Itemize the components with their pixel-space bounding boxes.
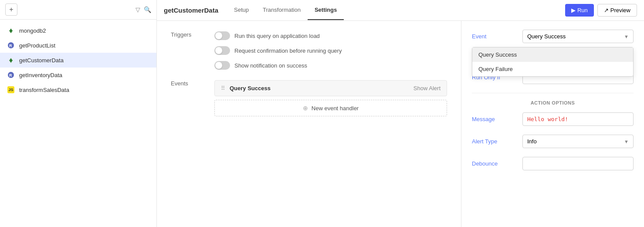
alert-type-control: Info ▼ bbox=[522, 135, 634, 148]
mongodb-icon: ♦ bbox=[7, 27, 15, 34]
query-title: getCustomerData bbox=[164, 7, 227, 14]
alert-type-select[interactable]: Info ▼ bbox=[522, 135, 634, 148]
main-header: getCustomerData Setup Transformation Set… bbox=[157, 0, 644, 21]
content-area: Triggers Run this query on application l… bbox=[157, 21, 644, 227]
triggers-section: Triggers Run this query on application l… bbox=[171, 31, 447, 70]
event-select-control: Query Success ▼ bbox=[522, 30, 634, 43]
sidebar-item-getcustomerdata[interactable]: ♦ getCustomerData bbox=[0, 53, 156, 68]
run-button[interactable]: ▶ Run bbox=[565, 4, 594, 17]
tab-bar: Setup Transformation Settings bbox=[227, 0, 344, 20]
sidebar-header-icons: ▽ 🔍 bbox=[136, 6, 151, 13]
sidebar-item-transformsalesdata[interactable]: JS transformSalesData bbox=[0, 82, 156, 97]
new-event-button[interactable]: ⊕ New event handler bbox=[214, 100, 447, 116]
toggle-item-confirm: Request confirmation before running quer… bbox=[214, 46, 342, 55]
message-value: Hello world! bbox=[527, 116, 568, 122]
sidebar-item-label: transformSalesData bbox=[19, 87, 69, 93]
message-control: Hello world! bbox=[522, 112, 634, 126]
app-load-toggle[interactable] bbox=[214, 31, 230, 40]
svg-text:R: R bbox=[9, 73, 12, 78]
message-input[interactable]: Hello world! bbox=[522, 112, 634, 126]
event-form-row: Event Query Success ▼ bbox=[472, 30, 634, 43]
event-name: Query Success bbox=[230, 85, 409, 91]
event-select-value: Query Success bbox=[527, 33, 566, 40]
dropdown-option-query-success[interactable]: Query Success bbox=[472, 47, 633, 62]
event-action: Show Alert bbox=[414, 85, 441, 91]
js-icon: JS bbox=[7, 86, 15, 94]
debounce-input[interactable] bbox=[522, 157, 634, 170]
toggle-item-appload: Run this query on application load bbox=[214, 31, 342, 40]
tab-transformation[interactable]: Transformation bbox=[256, 0, 308, 20]
plus-icon: ⊕ bbox=[303, 105, 308, 112]
triggers-list: Run this query on application load Reque… bbox=[214, 31, 342, 70]
sidebar-item-label: getInventoryData bbox=[19, 72, 62, 78]
leaf-icon: ♦ bbox=[7, 56, 15, 64]
run-icon: ▶ bbox=[571, 7, 576, 14]
main-panel: getCustomerData Setup Transformation Set… bbox=[157, 0, 644, 227]
sidebar-item-mongodb2[interactable]: ♦ mongodb2 bbox=[0, 23, 156, 38]
sidebar-item-label: getProductList bbox=[19, 42, 55, 49]
event-select[interactable]: Query Success ▼ bbox=[522, 30, 634, 43]
preview-icon: ↗ bbox=[604, 7, 609, 14]
message-label: Message bbox=[472, 112, 515, 122]
debounce-label: Debounce bbox=[472, 157, 515, 167]
confirm-toggle[interactable] bbox=[214, 46, 230, 55]
retool2-icon: R bbox=[7, 71, 15, 79]
event-settings-panel: Query Success Query Failure Event Query … bbox=[461, 21, 644, 227]
settings-panel: Triggers Run this query on application l… bbox=[157, 21, 461, 227]
event-dropdown: Query Success Query Failure bbox=[472, 47, 634, 77]
action-options-title: ACTION OPTIONS bbox=[472, 100, 634, 105]
sidebar-item-label: getCustomerData bbox=[19, 57, 64, 64]
chevron-down-icon: ▼ bbox=[624, 34, 629, 39]
search-icon[interactable]: 🔍 bbox=[144, 6, 151, 13]
alert-type-value: Info bbox=[527, 138, 537, 145]
events-list: ⠿ Query Success Show Alert ⊕ New event h… bbox=[214, 80, 447, 116]
dropdown-option-query-failure[interactable]: Query Failure bbox=[472, 62, 633, 76]
sidebar-item-getproductlist[interactable]: R getProductList bbox=[0, 38, 156, 53]
toggle-item-notification: Show notification on success bbox=[214, 61, 342, 70]
triggers-label: Triggers bbox=[171, 31, 206, 38]
sidebar-item-label: mongodb2 bbox=[19, 27, 46, 34]
retool-icon: R bbox=[7, 41, 15, 49]
event-item-query-success[interactable]: ⠿ Query Success Show Alert bbox=[214, 80, 447, 96]
add-query-button[interactable]: + bbox=[5, 3, 17, 16]
sidebar-header: + ▽ 🔍 bbox=[0, 0, 156, 20]
drag-handle-icon: ⠿ bbox=[221, 85, 225, 91]
debounce-control bbox=[522, 157, 634, 170]
alert-type-label: Alert Type bbox=[472, 135, 515, 145]
notification-toggle[interactable] bbox=[214, 61, 230, 70]
events-section: Events ⠿ Query Success Show Alert ⊕ New … bbox=[171, 80, 447, 116]
message-form-row: Message Hello world! bbox=[472, 112, 634, 126]
alert-type-form-row: Alert Type Info ▼ bbox=[472, 135, 634, 148]
confirm-label: Request confirmation before running quer… bbox=[234, 47, 342, 54]
sidebar-item-getinventorydata[interactable]: R getInventoryData bbox=[0, 68, 156, 82]
header-actions: ▶ Run ↗ Preview bbox=[565, 4, 637, 17]
notification-label: Show notification on success bbox=[234, 62, 307, 69]
sidebar: + ▽ 🔍 ♦ mongodb2 R getProductList ♦ getC… bbox=[0, 0, 157, 227]
tab-settings[interactable]: Settings bbox=[308, 0, 344, 20]
alert-chevron-icon: ▼ bbox=[624, 139, 629, 144]
preview-button[interactable]: ↗ Preview bbox=[597, 4, 637, 17]
debounce-form-row: Debounce bbox=[472, 157, 634, 170]
svg-text:R: R bbox=[9, 44, 12, 48]
app-load-label: Run this query on application load bbox=[234, 33, 320, 39]
event-field-label: Event bbox=[472, 30, 515, 40]
new-event-label: New event handler bbox=[312, 105, 359, 112]
events-label: Events bbox=[171, 80, 206, 87]
section-divider bbox=[472, 93, 634, 93]
filter-icon[interactable]: ▽ bbox=[136, 6, 140, 13]
sidebar-items-list: ♦ mongodb2 R getProductList ♦ getCustome… bbox=[0, 20, 156, 101]
tab-setup[interactable]: Setup bbox=[227, 0, 256, 20]
